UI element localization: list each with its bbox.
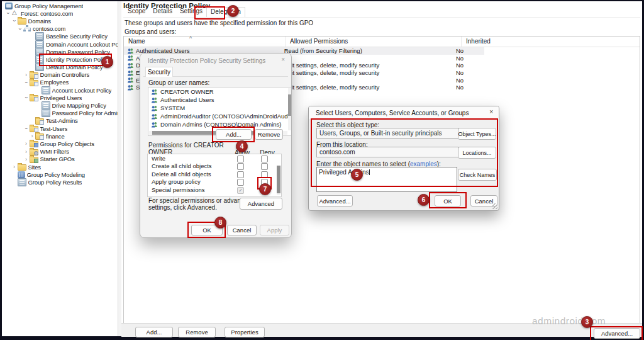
tree-item-finance[interactable]: ›finance [2,132,118,140]
users-icon [127,84,134,91]
scrollbar-track[interactable] [277,166,280,195]
tree-expander-icon[interactable]: › [17,26,23,32]
column-header-allowed-permissions[interactable]: Allowed Permissions [286,37,462,47]
add-button[interactable]: Add... [216,129,252,140]
tree-item-employees[interactable]: ›Employees [2,79,118,86]
deny-checkbox[interactable] [261,163,268,170]
tree-expander-icon[interactable]: › [23,156,30,162]
tree-item-sites[interactable]: ›Sites [2,163,118,171]
gpo-icon [35,55,44,64]
add-button[interactable]: Add... [135,327,173,337]
gpo-icon [42,109,50,117]
tree-item-group-policy-management[interactable]: Group Policy Management [2,2,118,9]
tree-item-default-domain-policy[interactable]: Default Domain Policy [2,64,118,71]
tree-item-password-policy-for-admins[interactable]: Password Policy for Admins [2,110,118,117]
tree-item-domain-controllers[interactable]: ›Domain Controllers [2,71,118,79]
cell-inherited: No [452,47,484,54]
tab-settings[interactable]: Settings [176,7,206,17]
remove-button[interactable]: Remove [255,129,283,140]
ok-button[interactable]: OK [435,195,461,207]
deny-checkbox[interactable] [261,171,268,178]
allow-checkbox[interactable] [237,156,244,162]
select-users-dialog: Select Users, Computers, Service Account… [308,106,499,211]
check-names-button[interactable]: Check Names [458,169,497,181]
remove-button[interactable]: Remove [178,327,216,337]
tree-item-contoso-com[interactable]: ›contoso.com [2,25,118,33]
group-list-item-creator-owner[interactable]: CREATOR OWNER [148,88,292,96]
close-icon[interactable]: × [281,56,285,63]
tree-item-label: contoso.com [33,25,65,32]
tab-scope[interactable]: Scope [124,7,149,17]
tree-item-identity-protection-policy[interactable]: Identity Protection Policy [2,55,118,63]
object-types-button[interactable]: Object Types... [458,128,496,140]
tree-item-group-policy-results[interactable]: Group Policy Results [2,178,118,186]
allow-checkbox[interactable]: ✓ [237,187,244,194]
object-names-input[interactable]: Privileged Admins [316,167,457,192]
cell-allowed-permissions: Edit settings, delete, modify security [280,84,452,91]
group-list-item-system[interactable]: SYSTEM [148,104,292,112]
tree-expander-icon[interactable]: › [5,10,11,16]
tab-divider [123,17,640,18]
tree-expander-icon[interactable]: › [23,72,30,78]
tree-item-domains[interactable]: ›Domains [2,17,118,25]
tree-item-forest-contoso-com[interactable]: ›Forest: contoso.com [2,9,118,17]
allow-checkbox[interactable] [237,179,244,186]
cancel-button[interactable]: Cancel [227,225,257,235]
advanced-button[interactable]: Advanced [240,198,282,210]
tree-expander-icon[interactable]: › [29,133,35,139]
tree-expander-icon[interactable]: › [23,140,30,147]
group-list-item-admindroidauditor-contoso-admindroidauditor[interactable]: AdminDroidAuditor (CONTOSO\AdminDroidAud… [148,112,292,120]
group-item-label: AdminDroidAuditor (CONTOSO\AdminDroidAud… [160,113,292,120]
tab-security[interactable]: Security [145,67,173,77]
groups-and-users-label: Groups and users: [125,28,176,35]
tree-expander-icon[interactable]: › [23,94,30,101]
allow-checkbox[interactable] [237,171,244,178]
annotation-step-8: 8 [214,217,226,229]
advanced-button[interactable]: Advanced... [594,328,640,339]
wmi-icon [30,149,38,156]
scrollbar-thumb[interactable] [288,94,292,116]
gpo-icon [35,40,44,48]
tree-item-label: Drive Mapping Policy [52,102,106,109]
dialog-title: Identity Protection Policy Security Sett… [148,57,265,64]
group-list-item-authenticated-users[interactable]: Authenticated Users [148,96,292,104]
tree-expander-icon[interactable]: › [23,79,30,86]
scrollbar-thumb[interactable] [277,166,280,193]
properties-button[interactable]: Properties [225,327,265,337]
cell-inherited: No [452,77,484,84]
tree-item-label: Baseline Security Policy [46,33,108,40]
tree-item-baseline-security-policy[interactable]: Baseline Security Policy [2,33,118,40]
locations-button[interactable]: Locations... [458,147,496,159]
tree-item-starter-gpos[interactable]: ›Starter GPOs [2,156,118,163]
users-icon [127,77,134,83]
group-list-item-domain-admins-contoso-domain-admins[interactable]: Domain Admins (CONTOSO\Domain Admins) [148,120,292,128]
tree-item-domain-account-lockout-policy[interactable]: Domain Account Lockout Policy [2,40,118,48]
ou-icon [30,126,38,132]
tab-details[interactable]: Details [149,7,176,17]
cell-inherited: No [452,69,484,76]
tree-item-wmi-filters[interactable]: ›WMI Filters [2,148,118,156]
column-header-inherited[interactable]: Inherited [462,37,640,47]
ou-icon [35,133,44,140]
tab-delegation[interactable]: Delegation [206,7,245,17]
tree-item-test-admins[interactable]: Test-Admins [2,117,118,125]
resize-grip-icon[interactable] [492,203,497,209]
tree-item-group-policy-modeling[interactable]: Group Policy Modeling [2,171,118,178]
tree-expander-icon[interactable]: › [23,125,30,132]
tree-item-group-policy-objects[interactable]: ›Group Policy Objects [2,140,118,147]
advanced-button[interactable]: Advanced... [317,195,353,207]
allow-checkbox[interactable] [237,163,244,170]
tree-item-drive-mapping-policy[interactable]: Drive Mapping Policy [2,101,118,109]
tree-item-test-users[interactable]: ›Test-Users [2,125,118,132]
tree-expander-icon[interactable]: › [11,164,18,170]
tree-item-account-lockout-policy[interactable]: Account Lockout Policy [2,86,118,94]
tree-expander-icon[interactable]: › [23,149,30,155]
deny-checkbox[interactable] [261,156,268,162]
tree-item-domain-password-policy[interactable]: Domain Password Policy [2,48,118,55]
tree-item-privileged-users[interactable]: ›Privileged Users [2,94,118,101]
close-icon[interactable]: × [489,108,493,115]
tree-expander-icon[interactable]: › [11,18,18,24]
scrollbar-track[interactable] [288,88,292,130]
column-header-name[interactable]: Name [124,37,286,47]
users-icon [151,89,158,95]
